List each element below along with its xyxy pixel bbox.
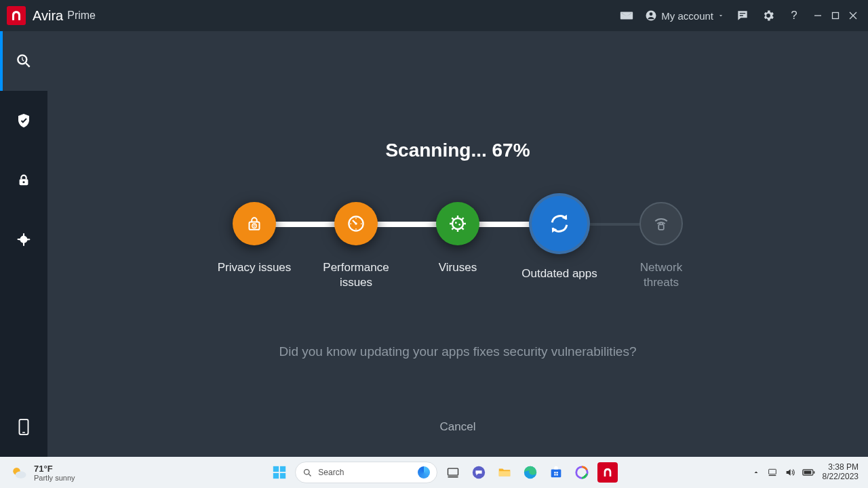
svg-rect-19	[280, 466, 285, 472]
battery-icon[interactable]	[802, 468, 816, 476]
bing-icon	[418, 466, 430, 479]
svg-point-1	[650, 12, 653, 16]
help-icon[interactable]: ?	[785, 6, 804, 25]
svg-rect-18	[273, 466, 279, 472]
sidebar-item-mobile[interactable]	[0, 397, 47, 457]
taskbar-search[interactable]: Search	[295, 462, 437, 483]
edge-icon[interactable]	[520, 462, 540, 483]
scan-title: Scanning... 67%	[47, 140, 868, 161]
step-label: Outdated apps	[521, 266, 597, 281]
svg-rect-21	[280, 473, 285, 479]
taskbar: 71°F Partly sunny Search 3:38 PM 8/22/20…	[0, 457, 868, 488]
taskbar-clock[interactable]: 3:38 PM 8/22/2023	[823, 463, 859, 482]
sidebar-item-scan[interactable]	[0, 31, 47, 91]
svg-rect-28	[551, 469, 561, 477]
svg-point-5	[22, 181, 24, 183]
clock-date: 8/22/2023	[823, 472, 859, 482]
svg-rect-30	[557, 472, 558, 473]
weather-cond: Partly sunny	[34, 474, 75, 482]
sidebar-item-security[interactable]	[0, 91, 47, 150]
sync-icon	[532, 196, 587, 251]
svg-point-12	[452, 218, 463, 229]
clock-time: 3:38 PM	[823, 463, 859, 472]
sidebar	[0, 31, 47, 457]
volume-icon[interactable]	[785, 467, 795, 478]
sidebar-item-privacy[interactable]	[0, 150, 47, 210]
svg-rect-7	[22, 432, 25, 432]
wifi-lock-icon	[639, 202, 683, 245]
mail-icon[interactable]	[617, 6, 636, 25]
scan-tip: Did you know updating your apps fixes se…	[47, 344, 868, 359]
svg-rect-24	[448, 476, 458, 478]
svg-point-11	[355, 222, 357, 225]
svg-rect-34	[768, 475, 776, 476]
svg-rect-37	[813, 471, 814, 473]
sidebar-item-performance[interactable]	[0, 210, 47, 270]
step-label: Performance issues	[323, 260, 389, 290]
step-viruses: Viruses	[417, 202, 498, 290]
svg-rect-29	[555, 472, 556, 473]
minimize-button[interactable]	[811, 9, 825, 22]
search-icon	[302, 468, 313, 478]
svg-rect-33	[768, 469, 776, 474]
avira-taskbar-icon[interactable]	[597, 462, 618, 483]
system-tray: 3:38 PM 8/22/2023	[752, 463, 868, 482]
svg-point-9	[252, 224, 257, 228]
settings-icon[interactable]	[759, 6, 778, 25]
step-label: Network threats	[640, 260, 682, 290]
task-view-icon[interactable]	[443, 462, 463, 483]
chat-icon[interactable]	[469, 462, 489, 483]
my-account-menu[interactable]: My account	[645, 9, 724, 22]
svg-point-14	[458, 224, 460, 226]
svg-point-22	[304, 469, 310, 474]
avira-logo-icon	[7, 6, 26, 25]
svg-rect-31	[555, 474, 556, 475]
avira-window: Avira Prime My account ?	[0, 0, 868, 457]
scan-steps: Privacy issues Performance issues Viruse…	[214, 202, 702, 290]
office-icon[interactable]	[572, 462, 592, 483]
brand-suffix: Prime	[67, 9, 96, 22]
taskbar-center: Search	[136, 462, 752, 483]
virus-icon	[436, 202, 479, 245]
close-button[interactable]	[846, 9, 860, 22]
step-label: Privacy issues	[218, 260, 292, 275]
chevron-down-icon	[717, 12, 724, 19]
svg-rect-36	[804, 471, 811, 474]
store-icon[interactable]	[546, 462, 566, 483]
gauge-icon	[334, 202, 378, 245]
start-button[interactable]	[269, 462, 290, 483]
cancel-button[interactable]: Cancel	[47, 420, 868, 434]
svg-rect-2	[833, 13, 839, 19]
svg-rect-20	[273, 473, 279, 479]
onedrive-icon[interactable]	[767, 467, 778, 478]
svg-rect-23	[448, 468, 458, 475]
step-outdated-apps: Outdated apps	[519, 202, 600, 290]
svg-rect-15	[658, 224, 664, 230]
svg-point-17	[16, 471, 26, 479]
taskbar-weather[interactable]: 71°F Partly sunny	[0, 463, 136, 482]
weather-temp: 71°F	[34, 464, 75, 474]
titlebar: Avira Prime My account ?	[0, 0, 868, 31]
privacy-icon	[233, 202, 276, 245]
search-placeholder: Search	[318, 468, 344, 477]
weather-icon	[9, 463, 28, 482]
step-privacy: Privacy issues	[214, 202, 295, 290]
maximize-button[interactable]	[829, 9, 842, 22]
brand-name: Avira	[33, 8, 63, 24]
svg-point-13	[455, 222, 457, 224]
svg-rect-32	[557, 474, 558, 475]
main-content: Scanning... 67% Privacy issues Performan…	[47, 31, 868, 457]
svg-rect-26	[499, 471, 511, 476]
step-performance: Performance issues	[315, 202, 397, 290]
step-label: Viruses	[439, 260, 477, 275]
tray-overflow-icon[interactable]	[752, 468, 760, 476]
step-network-threats: Network threats	[620, 202, 702, 290]
my-account-label: My account	[661, 10, 713, 22]
feedback-icon[interactable]	[733, 6, 752, 25]
file-explorer-icon[interactable]	[494, 462, 515, 483]
